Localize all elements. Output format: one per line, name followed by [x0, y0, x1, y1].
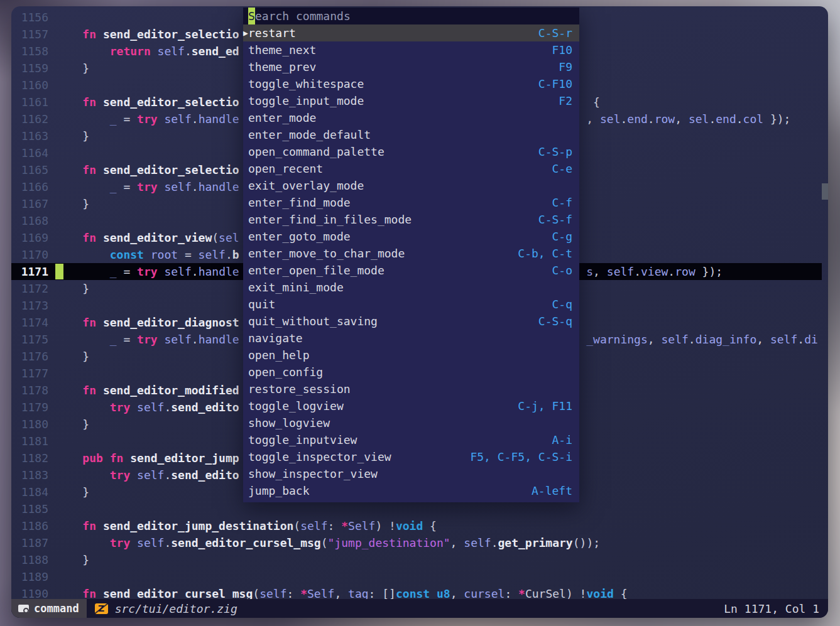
palette-item[interactable]: open_help: [243, 347, 579, 364]
code-line[interactable]: 1190 fn send_editor_cursel_msg(self: *Se…: [11, 585, 828, 599]
code-token: send_editor_selectio: [103, 95, 239, 109]
code-token: .: [164, 468, 171, 482]
code-token: .: [164, 401, 171, 414]
code-token: CurSel: [525, 587, 566, 599]
palette-item[interactable]: enter_find_modeC-f: [243, 194, 579, 211]
mode-indicator[interactable]: command: [11, 599, 87, 618]
palette-item[interactable]: enter_goto_modeC-g: [243, 228, 579, 245]
command-keybinding: A-left: [532, 482, 572, 499]
palette-item[interactable]: open_config: [243, 364, 579, 380]
code-token: self: [137, 536, 164, 549]
command-keybinding: C-S-r: [538, 24, 572, 41]
command-label: theme_prev: [248, 58, 316, 75]
palette-item[interactable]: exit_mini_mode: [243, 279, 579, 296]
code-token: (: [293, 519, 300, 532]
palette-item[interactable]: toggle_logviewC-j, F11: [243, 397, 579, 414]
code-token: }: [55, 485, 89, 499]
line-number: 1175: [11, 331, 48, 348]
line-number: 1177: [11, 365, 48, 382]
code-token: *: [518, 587, 525, 599]
code-token: sel: [600, 112, 621, 126]
code-token: (: [212, 231, 219, 244]
palette-item[interactable]: toggle_whitespaceC-F10: [243, 75, 579, 92]
palette-item[interactable]: enter_find_in_files_modeC-S-f: [243, 211, 579, 228]
palette-item[interactable]: toggle_inputviewA-i: [243, 431, 579, 448]
code-token: }: [55, 62, 89, 75]
palette-item[interactable]: toggle_inspector_viewF5, C-F5, C-S-i: [243, 448, 579, 465]
line-number: 1161: [11, 94, 48, 111]
code-line[interactable]: 1189: [11, 568, 828, 585]
code-token: self: [164, 180, 191, 193]
code-token: }: [55, 350, 89, 363]
code-token: view: [641, 265, 668, 278]
command-keybinding: C-q: [552, 296, 572, 313]
code-token: try: [137, 112, 164, 126]
code-token: .: [689, 333, 695, 346]
palette-item[interactable]: enter_move_to_char_modeC-b, C-t: [243, 245, 579, 262]
code-token: send_editor_modified: [103, 384, 239, 397]
palette-item[interactable]: toggle_input_modeF2: [243, 92, 579, 109]
file-path: src/tui/editor.zig: [115, 602, 237, 615]
palette-item[interactable]: navigate: [243, 330, 579, 347]
code-text: [48, 433, 55, 450]
palette-item[interactable]: jump_backA-left: [243, 482, 579, 499]
line-number: 1158: [11, 43, 48, 60]
code-token: [55, 163, 82, 176]
scrollbar-thumb[interactable]: [822, 183, 828, 200]
code-token: });: [695, 265, 723, 278]
line-number: 1179: [11, 399, 48, 416]
command-palette: Search commands ▶restartC-S-rtheme_nextF…: [243, 8, 579, 502]
command-label: quit: [248, 296, 275, 313]
command-label: toggle_whitespace: [248, 75, 364, 92]
code-token: .: [709, 112, 716, 126]
code-line[interactable]: 1186 fn send_editor_jump_destination(sel…: [11, 517, 828, 534]
palette-item[interactable]: show_inspector_view: [243, 465, 579, 482]
palette-item[interactable]: restore_session: [243, 380, 579, 397]
palette-item[interactable]: theme_prevF9: [243, 58, 579, 75]
palette-item[interactable]: enter_mode_default: [243, 126, 579, 143]
code-token: try: [137, 333, 164, 346]
code-token: ,: [675, 112, 689, 126]
palette-item[interactable]: show_logview: [243, 414, 579, 431]
code-token: fn: [82, 231, 103, 244]
code-token: void: [586, 587, 613, 599]
command-label: toggle_logview: [248, 397, 344, 414]
command-label: restore_session: [248, 380, 351, 397]
command-keybinding: C-F10: [538, 75, 572, 92]
line-number: 1167: [11, 195, 48, 212]
palette-item[interactable]: open_command_paletteC-S-p: [243, 143, 579, 160]
code-text: return self.send_ed: [48, 43, 239, 60]
code-token: .: [736, 112, 743, 126]
command-label: open_help: [248, 347, 310, 364]
palette-item[interactable]: quit_without_savingC-S-q: [243, 313, 579, 330]
code-token: self: [137, 401, 164, 414]
palette-item[interactable]: open_recentC-e: [243, 160, 579, 177]
command-keybinding: F10: [552, 41, 572, 58]
palette-item[interactable]: enter_open_file_modeC-o: [243, 262, 579, 279]
code-text: fn send_editor_jump_destination(self: *S…: [48, 517, 437, 534]
palette-item[interactable]: exit_overlay_mode: [243, 177, 579, 194]
palette-search-input[interactable]: Search commands: [243, 8, 579, 24]
command-keybinding: C-g: [552, 228, 572, 245]
line-number: 1172: [11, 280, 48, 297]
code-token: =: [123, 265, 137, 278]
palette-item[interactable]: enter_mode: [243, 109, 579, 126]
code-token: ) !: [375, 519, 396, 532]
code-token: :: [505, 587, 518, 599]
palette-item-selected[interactable]: ▶restartC-S-r: [243, 24, 579, 41]
code-line[interactable]: 1187 try self.send_editor_cursel_msg("ju…: [11, 534, 828, 551]
code-line[interactable]: 1185: [11, 500, 828, 517]
palette-item[interactable]: theme_nextF10: [243, 41, 579, 58]
code-token: _warnings: [586, 333, 648, 346]
code-token: .: [192, 333, 199, 346]
command-keybinding: C-e: [552, 160, 572, 177]
code-line[interactable]: 1188 }: [11, 551, 828, 568]
code-token: send_edito: [171, 401, 239, 414]
palette-item[interactable]: quitC-q: [243, 296, 579, 313]
line-number: 1182: [11, 450, 48, 467]
code-text: fn send_editor_diagnost: [48, 314, 239, 331]
code-text: _ = try self.handle: [48, 263, 239, 280]
line-number: 1166: [11, 178, 48, 195]
code-token: [55, 231, 82, 244]
code-token: }: [55, 282, 89, 295]
